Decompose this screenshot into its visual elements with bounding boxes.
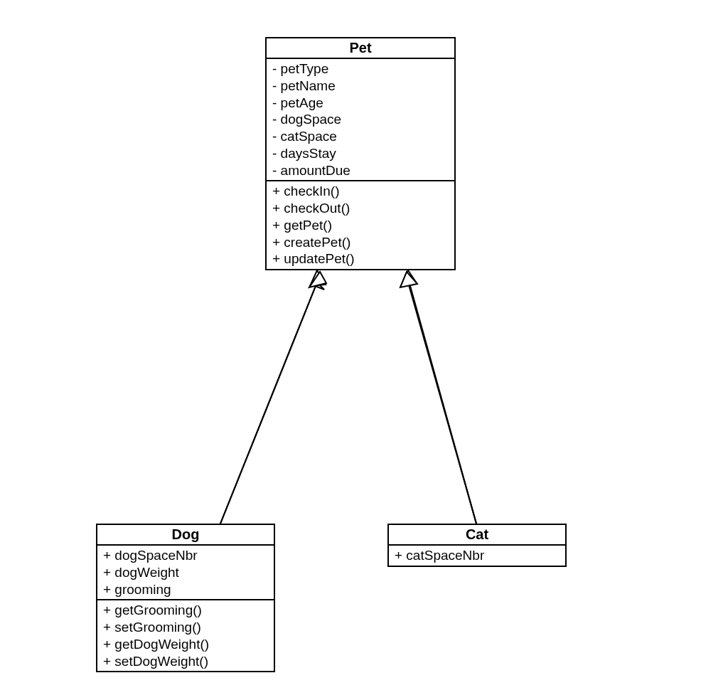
class-cat-attributes: + catSpaceNbr <box>389 546 565 566</box>
class-cat: Cat + catSpaceNbr <box>387 524 567 567</box>
attribute-row: - petName <box>272 78 449 95</box>
method-row: + createPet() <box>272 234 449 251</box>
method-row: + checkIn() <box>272 183 449 200</box>
class-pet: Pet - petType - petName - petAge - dogSp… <box>265 37 456 270</box>
attribute-row: - dogSpace <box>272 111 449 128</box>
class-dog-attributes: + dogSpaceNbr + dogWeight + grooming <box>97 546 274 599</box>
arrowhead-cat <box>401 270 417 286</box>
class-pet-title: Pet <box>267 38 454 59</box>
arrowhead-dog <box>310 270 326 286</box>
svg-marker-3 <box>310 270 326 286</box>
class-pet-attributes: - petType - petName - petAge - dogSpace … <box>267 59 454 180</box>
generalization-dog-to-pet <box>220 282 324 524</box>
attribute-row: + dogSpaceNbr <box>103 547 268 564</box>
method-row: + setDogWeight() <box>103 653 268 670</box>
method-row: + getGrooming() <box>103 602 268 619</box>
arrowhead-dog-pet <box>309 272 326 287</box>
svg-marker-1 <box>311 282 324 290</box>
method-row: + getPet() <box>272 217 449 234</box>
class-dog-title: Dog <box>97 525 274 546</box>
class-dog: Dog + dogSpaceNbr + dogWeight + grooming… <box>96 524 275 672</box>
attribute-row: + grooming <box>103 581 268 598</box>
line-cat-pet <box>410 286 476 524</box>
method-row: + checkOut() <box>272 200 449 217</box>
svg-marker-4 <box>401 270 417 286</box>
svg-line-2 <box>408 282 476 524</box>
method-row: + setGrooming() <box>103 619 268 636</box>
attribute-row: + dogWeight <box>103 564 268 581</box>
attribute-row: - petType <box>272 60 449 78</box>
class-cat-title: Cat <box>389 525 565 546</box>
method-row: + updatePet() <box>272 250 449 267</box>
attribute-row: - petAge <box>272 95 449 112</box>
generalization-cat-to-pet <box>408 282 476 524</box>
attribute-row: - daysStay <box>272 145 449 162</box>
attribute-row: - amountDue <box>272 162 449 179</box>
attribute-row: + catSpaceNbr <box>395 547 560 564</box>
svg-line-0 <box>220 282 317 524</box>
arrowhead-cat-pet <box>400 272 417 287</box>
line-dog-pet <box>220 286 316 524</box>
method-row: + getDogWeight() <box>103 636 268 653</box>
class-dog-methods: + getGrooming() + setGrooming() + getDog… <box>97 599 274 671</box>
class-pet-methods: + checkIn() + checkOut() + getPet() + cr… <box>267 180 454 269</box>
attribute-row: - catSpace <box>272 128 449 145</box>
